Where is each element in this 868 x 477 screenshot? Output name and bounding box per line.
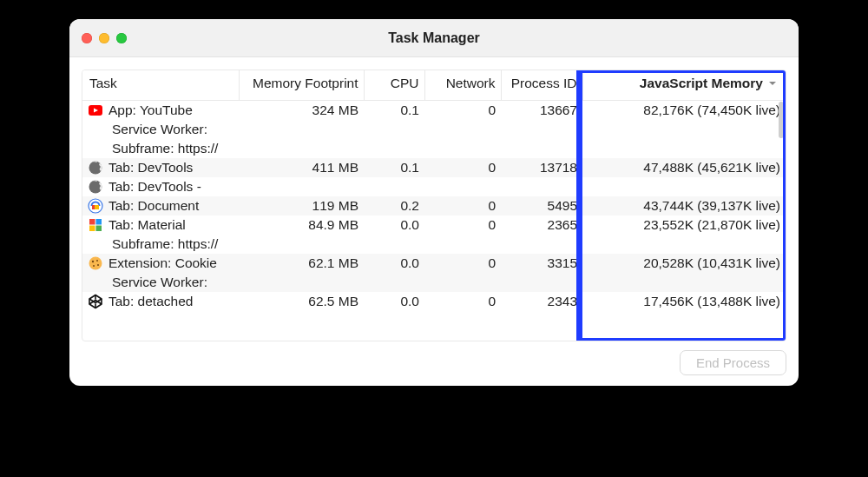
- cell-cpu: [364, 273, 424, 292]
- task-label: Service Worker:: [112, 122, 207, 137]
- cell-network: [424, 139, 501, 158]
- cell-js: 17,456K (13,488K live): [582, 292, 786, 311]
- cell-memory: 62.5 MB: [239, 292, 364, 311]
- column-headers: Task Memory Footprint CPU Network Proces…: [82, 70, 786, 101]
- table-row[interactable]: App: YouTube324 MB0.101366782,176K (74,4…: [82, 101, 786, 121]
- svg-point-11: [92, 261, 94, 262]
- column-network[interactable]: Network: [424, 70, 501, 101]
- task-label: App: YouTube: [108, 103, 193, 118]
- task-label: Subframe: https://: [112, 236, 218, 252]
- table-row[interactable]: Extension: Cookie62.1 MB0.00331520,528K …: [82, 254, 786, 273]
- cell-pid: 2365: [501, 215, 582, 235]
- chevron-down-icon: [768, 79, 777, 88]
- cell-cpu: 0.0: [364, 292, 424, 311]
- cell-task: Subframe: https://: [82, 235, 239, 254]
- cell-network: 0: [424, 292, 501, 311]
- cell-network: 0: [424, 196, 501, 215]
- svg-rect-6: [89, 219, 95, 225]
- footer: End Process: [82, 341, 786, 375]
- cell-memory: 411 MB: [239, 158, 364, 177]
- cell-js: 47,488K (45,621K live): [582, 158, 786, 177]
- window-title: Task Manager: [69, 30, 799, 46]
- close-window-button[interactable]: [82, 33, 92, 43]
- task-label: Tab: DevTools: [108, 160, 193, 176]
- table-row[interactable]: Tab: Material84.9 MB0.00236523,552K (21,…: [82, 215, 786, 235]
- table-row[interactable]: Service Worker:: [82, 273, 786, 292]
- cell-js: 20,528K (10,431K live): [582, 254, 786, 273]
- column-cpu[interactable]: CPU: [364, 70, 424, 101]
- cell-pid: 13667: [501, 101, 582, 121]
- cell-task: Service Worker:: [82, 273, 239, 292]
- task-label: Extension: Cookie: [108, 255, 217, 271]
- svg-point-10: [89, 257, 102, 270]
- cell-memory: 119 MB: [239, 196, 364, 215]
- task-label: Tab: Document: [108, 198, 199, 214]
- cell-memory: [239, 120, 364, 139]
- svg-rect-5: [92, 205, 95, 209]
- svg-rect-7: [96, 219, 102, 225]
- column-task[interactable]: Task: [82, 70, 239, 101]
- svg-rect-9: [96, 226, 102, 232]
- cell-memory: 84.9 MB: [239, 215, 364, 235]
- cell-task: Service Worker:: [82, 120, 239, 139]
- cell-js: [582, 235, 786, 254]
- minimize-window-button[interactable]: [99, 33, 109, 43]
- cell-task: Tab: DevTools: [82, 158, 239, 177]
- cell-task: Tab: DevTools -: [82, 177, 239, 196]
- cell-cpu: 0.2: [364, 196, 424, 215]
- window-controls: [82, 19, 127, 56]
- cell-pid: [501, 273, 582, 292]
- task-label: Tab: DevTools -: [108, 179, 201, 195]
- cell-task: Subframe: https://: [82, 139, 239, 158]
- material-icon: [88, 217, 103, 233]
- content-area: Task Memory Footprint CPU Network Proces…: [69, 57, 799, 386]
- table-row[interactable]: Subframe: https://: [82, 139, 786, 158]
- cell-task: Tab: Document: [82, 196, 239, 215]
- cell-cpu: 0.0: [364, 254, 424, 273]
- svg-point-12: [96, 260, 98, 262]
- cell-network: 0: [424, 254, 501, 273]
- cell-pid: 2343: [501, 292, 582, 311]
- cell-pid: 5495: [501, 196, 582, 215]
- column-memory[interactable]: Memory Footprint: [239, 70, 364, 101]
- cell-js: 43,744K (39,137K live): [582, 196, 786, 215]
- cell-pid: 3315: [501, 254, 582, 273]
- youtube-icon: [88, 103, 103, 118]
- cell-cpu: [364, 120, 424, 139]
- column-pid[interactable]: Process ID: [501, 70, 582, 101]
- task-label: Tab: detached: [108, 294, 193, 309]
- table-row[interactable]: Tab: DevTools -: [82, 177, 786, 196]
- column-js-memory[interactable]: JavaScript Memory: [582, 70, 786, 101]
- cell-task: Tab: Material: [82, 215, 239, 235]
- cell-js: [582, 177, 786, 196]
- zoom-window-button[interactable]: [116, 33, 127, 43]
- table-row[interactable]: Subframe: https://: [82, 235, 786, 254]
- cell-js: 82,176K (74,450K live): [582, 101, 786, 121]
- cell-network: [424, 235, 501, 254]
- cell-cpu: 0.0: [364, 215, 424, 235]
- cell-js: [582, 273, 786, 292]
- cookie-icon: [88, 255, 103, 271]
- table-row[interactable]: Tab: detached62.5 MB0.00234317,456K (13,…: [82, 292, 786, 311]
- table-row[interactable]: Service Worker:: [82, 120, 786, 139]
- cell-task: Tab: detached: [82, 292, 239, 311]
- svg-point-13: [97, 264, 99, 266]
- scrollbar-thumb[interactable]: [779, 102, 784, 138]
- cell-network: 0: [424, 158, 501, 177]
- cell-memory: [239, 177, 364, 196]
- globe-icon: [88, 160, 103, 176]
- svg-rect-8: [89, 226, 95, 232]
- cell-pid: [501, 139, 582, 158]
- codepen-icon: [88, 294, 103, 309]
- cell-cpu: [364, 177, 424, 196]
- cell-js: 23,552K (21,870K live): [582, 215, 786, 235]
- titlebar: Task Manager: [69, 19, 799, 57]
- end-process-button[interactable]: End Process: [680, 350, 786, 375]
- devtools-icon: [88, 198, 103, 214]
- cell-pid: [501, 235, 582, 254]
- cell-network: [424, 120, 501, 139]
- cell-js: [582, 120, 786, 139]
- table-row[interactable]: Tab: DevTools411 MB0.101371847,488K (45,…: [82, 158, 786, 177]
- column-js-memory-label: JavaScript Memory: [640, 76, 763, 90]
- table-row[interactable]: Tab: Document119 MB0.20549543,744K (39,1…: [82, 196, 786, 215]
